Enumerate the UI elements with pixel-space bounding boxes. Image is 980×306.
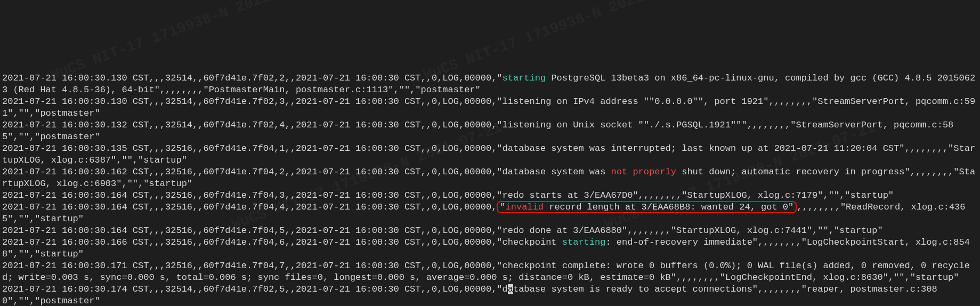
log-line: 2021-07-21 16:00:30.164 CST,,,32516,,60f…	[2, 190, 978, 202]
log-text: 2021-07-21 16:00:30.164 CST,,,32516,,60f…	[2, 202, 497, 212]
watermark: WuCS NIT-17 1719938-N 2021-07-21	[422, 0, 695, 82]
log-text: 2021-07-21 16:00:30.130 CST,,,32514,,60f…	[2, 96, 975, 118]
log-text: 2021-07-21 16:00:30.174 CST,,,32514,,60f…	[2, 284, 508, 294]
log-text: 2021-07-21 16:00:30.164 CST,,,32516,,60f…	[2, 190, 894, 200]
log-line: 2021-07-21 16:00:30.164 CST,,,32516,,60f…	[2, 225, 978, 237]
log-line: 2021-07-21 16:00:30.162 CST,,,32516,,60f…	[2, 166, 978, 190]
log-text: 2021-07-21 16:00:30.130 CST,,,32514,,60f…	[2, 73, 503, 83]
log-text: 2021-07-21 16:00:30.162 CST,,,32516,,60f…	[2, 167, 611, 177]
error-callout: "invalid record length at 3/EAA68B8: wan…	[497, 201, 797, 213]
terminal-output[interactable]: WuCS NIT-17 1719938-N 2021-07-21 WuCS NI…	[0, 0, 980, 306]
watermark: WuCS NIT-17 1719938-N 2021-07-21	[49, 0, 322, 82]
terminal-cursor: a	[508, 284, 513, 294]
log-text: 2021-07-21 16:00:30.132 CST,,,32514,,60f…	[2, 120, 953, 142]
log-text: "	[500, 202, 505, 212]
log-line: 2021-07-21 16:00:30.130 CST,,,32514,,60f…	[2, 73, 978, 96]
log-line: 2021-07-21 16:00:30.135 CST,,,32516,,60f…	[2, 143, 978, 166]
log-keyword: not properly	[611, 167, 676, 177]
log-text: 2021-07-21 16:00:30.166 CST,,,32516,,60f…	[2, 237, 562, 247]
log-text: record length at 3/EAA68B8: wanted 24, g…	[544, 202, 793, 212]
log-line: 2021-07-21 16:00:30.164 CST,,,32516,,60f…	[2, 202, 978, 225]
log-line: 2021-07-21 16:00:30.166 CST,,,32516,,60f…	[2, 237, 978, 260]
log-keyword: starting	[503, 73, 546, 83]
log-line: 2021-07-21 16:00:30.174 CST,,,32514,,60f…	[2, 284, 978, 306]
log-text: 2021-07-21 16:00:30.171 CST,,,32516,,60f…	[2, 261, 970, 283]
log-line: 2021-07-21 16:00:30.132 CST,,,32514,,60f…	[2, 119, 978, 143]
log-line: 2021-07-21 16:00:30.171 CST,,,32516,,60f…	[2, 260, 978, 284]
log-text: 2021-07-21 16:00:30.164 CST,,,32516,,60f…	[2, 226, 883, 236]
log-text: 2021-07-21 16:00:30.135 CST,,,32516,,60f…	[2, 143, 975, 165]
log-line: 2021-07-21 16:00:30.130 CST,,,32514,,60f…	[2, 96, 978, 119]
log-keyword: invalid	[506, 202, 544, 212]
log-keyword: starting	[562, 237, 606, 247]
